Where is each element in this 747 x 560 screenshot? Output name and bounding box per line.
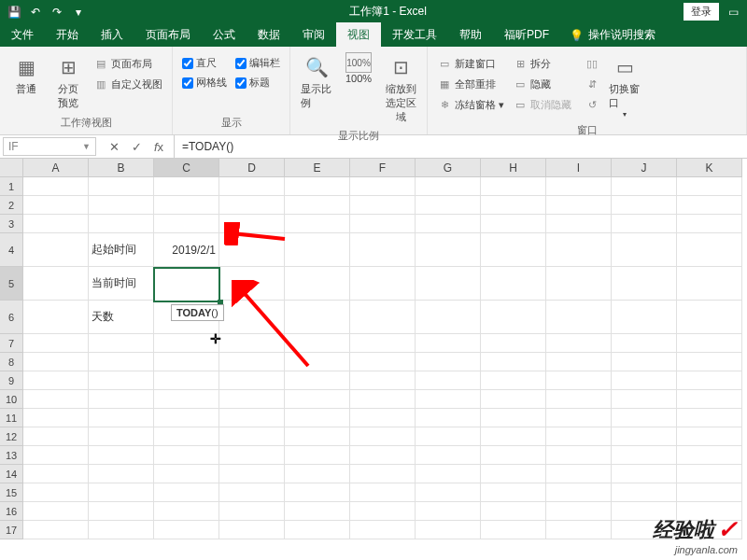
cell-D4[interactable] — [219, 233, 285, 267]
tab-insert[interactable]: 插入 — [90, 22, 134, 48]
cell-G12[interactable] — [416, 427, 481, 446]
cell-I9[interactable] — [546, 371, 612, 390]
cell-C17[interactable] — [154, 521, 219, 539]
cell-C8[interactable] — [154, 353, 219, 371]
cell-K5[interactable] — [677, 267, 742, 301]
cell-F6[interactable] — [350, 301, 416, 334]
column-header-D[interactable]: D — [219, 159, 285, 177]
cell-A3[interactable] — [23, 215, 89, 233]
cell-A4[interactable] — [23, 233, 89, 267]
cell-A6[interactable] — [23, 301, 89, 334]
cell-B15[interactable] — [89, 483, 154, 502]
tab-page-layout[interactable]: 页面布局 — [134, 22, 202, 48]
cell-B3[interactable] — [89, 215, 154, 233]
switch-windows-button[interactable]: ▭ 切换窗口 ▾ — [606, 49, 643, 121]
row-header-11[interactable]: 11 — [0, 409, 23, 427]
row-header-7[interactable]: 7 — [0, 334, 23, 353]
column-header-F[interactable]: F — [350, 159, 416, 177]
cell-F9[interactable] — [350, 371, 416, 390]
cell-I17[interactable] — [546, 521, 612, 539]
freeze-panes-button[interactable]: ❄冻结窗格▾ — [435, 95, 506, 114]
row-header-6[interactable]: 6 — [0, 301, 23, 334]
tab-formulas[interactable]: 公式 — [202, 22, 247, 48]
cell-D13[interactable] — [219, 446, 285, 465]
cell-I2[interactable] — [546, 196, 612, 215]
cell-B2[interactable] — [89, 196, 154, 215]
cell-D1[interactable] — [219, 177, 285, 196]
cell-J13[interactable] — [612, 446, 677, 465]
cell-C3[interactable] — [154, 215, 219, 233]
cell-B17[interactable] — [89, 521, 154, 539]
cell-J6[interactable] — [612, 301, 677, 334]
cell-C15[interactable] — [154, 483, 219, 502]
cell-D2[interactable] — [219, 196, 285, 215]
cell-K11[interactable] — [677, 409, 742, 427]
cell-B13[interactable] — [89, 446, 154, 465]
cell-E9[interactable] — [285, 371, 350, 390]
fx-button[interactable]: fx — [148, 137, 169, 156]
cell-J12[interactable] — [612, 427, 677, 446]
cell-I4[interactable] — [546, 233, 612, 267]
page-break-button[interactable]: ⊞ 分页 预览 — [49, 49, 87, 113]
tab-data[interactable]: 数据 — [247, 22, 291, 48]
cell-G3[interactable] — [416, 215, 481, 233]
cell-E2[interactable] — [285, 196, 350, 215]
cell-H14[interactable] — [481, 465, 546, 483]
cell-K8[interactable] — [677, 353, 742, 371]
cell-G14[interactable] — [416, 465, 481, 483]
cell-A2[interactable] — [23, 196, 89, 215]
cell-K13[interactable] — [677, 446, 742, 465]
row-header-15[interactable]: 15 — [0, 483, 23, 502]
cell-H4[interactable] — [481, 233, 546, 267]
cell-G16[interactable] — [416, 502, 481, 521]
cell-F2[interactable] — [350, 196, 416, 215]
row-header-12[interactable]: 12 — [0, 427, 23, 446]
cell-H15[interactable] — [481, 483, 546, 502]
cell-C16[interactable] — [154, 502, 219, 521]
cell-I16[interactable] — [546, 502, 612, 521]
cell-A7[interactable] — [23, 334, 89, 353]
tab-help[interactable]: 帮助 — [448, 22, 493, 48]
cell-I15[interactable] — [546, 483, 612, 502]
row-header-5[interactable]: 5 — [0, 267, 23, 301]
cell-F12[interactable] — [350, 427, 416, 446]
row-header-13[interactable]: 13 — [0, 446, 23, 465]
cell-F16[interactable] — [350, 502, 416, 521]
cell-I8[interactable] — [546, 353, 612, 371]
cell-G1[interactable] — [416, 177, 481, 196]
cell-H3[interactable] — [481, 215, 546, 233]
cell-I10[interactable] — [546, 390, 612, 409]
cell-F13[interactable] — [350, 446, 416, 465]
cell-E6[interactable] — [285, 301, 350, 334]
cell-D12[interactable] — [219, 427, 285, 446]
tab-file[interactable]: 文件 — [0, 22, 45, 48]
ribbon-options-icon[interactable]: ▭ — [724, 4, 742, 21]
cell-B14[interactable] — [89, 465, 154, 483]
cell-H5[interactable] — [481, 267, 546, 301]
cell-C2[interactable] — [154, 196, 219, 215]
cell-E8[interactable] — [285, 353, 350, 371]
cell-J5[interactable] — [612, 267, 677, 301]
arrange-all-button[interactable]: ▦全部重排 — [435, 75, 506, 93]
cell-D7[interactable] — [219, 334, 285, 353]
cell-K10[interactable] — [677, 390, 742, 409]
cell-A14[interactable] — [23, 465, 89, 483]
column-header-K[interactable]: K — [677, 159, 742, 177]
column-header-C[interactable]: C — [154, 159, 219, 177]
cell-I13[interactable] — [546, 446, 612, 465]
cell-G2[interactable] — [416, 196, 481, 215]
zoom-100-button[interactable]: 100% 100% — [340, 49, 377, 87]
cell-A17[interactable] — [23, 521, 89, 539]
row-header-16[interactable]: 16 — [0, 502, 23, 521]
normal-view-button[interactable]: ▦ 普通 — [7, 49, 45, 99]
cell-H1[interactable] — [481, 177, 546, 196]
column-header-B[interactable]: B — [89, 159, 154, 177]
unhide-button[interactable]: ▭取消隐藏 — [511, 95, 573, 114]
cell-H7[interactable] — [481, 334, 546, 353]
gridlines-checkbox[interactable]: 网格线 — [180, 74, 229, 91]
select-all-corner[interactable] — [0, 159, 23, 177]
cell-G6[interactable] — [416, 301, 481, 334]
cell-A10[interactable] — [23, 390, 89, 409]
cell-F5[interactable] — [350, 267, 416, 301]
cell-C13[interactable] — [154, 446, 219, 465]
